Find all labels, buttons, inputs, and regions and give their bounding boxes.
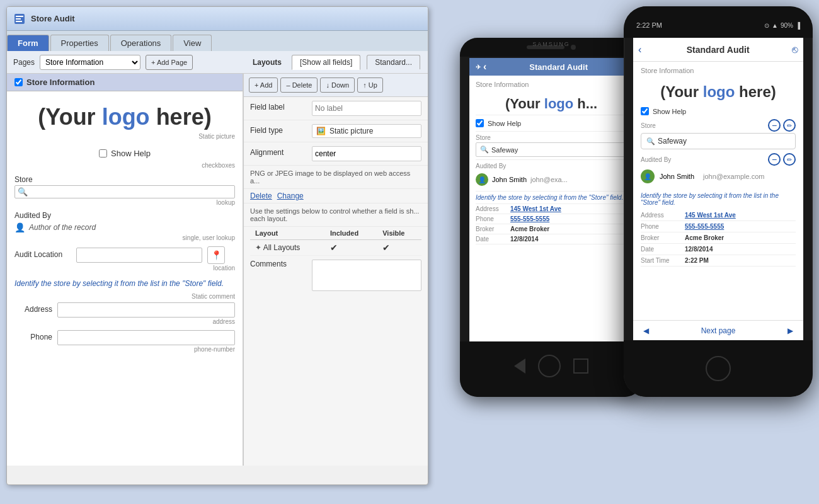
android-broker-val: Acme Broker [510, 226, 549, 232]
android-airplane-icon: ✈ [476, 64, 481, 71]
iphone-date-row: Date 12/8/2014 [641, 244, 796, 255]
iphone-status-icons: ⊙ ▲ 90% ▐ [764, 22, 800, 29]
included-checkmark: ✔ [330, 243, 338, 253]
tab-form[interactable]: Form [7, 35, 49, 51]
nav-tabs: Form Properties Operations View [7, 31, 428, 51]
audited-by-field-group: Audited By 👤 Author of the record single… [7, 209, 243, 244]
change-link-button[interactable]: Change [277, 192, 304, 200]
iphone-top-bar: 2:22 PM ⊙ ▲ 90% ▐ [624, 6, 813, 38]
iphone-store-edit-button[interactable]: ✏ [783, 119, 796, 132]
show-help-label: Show Help [111, 149, 151, 158]
iphone-store-minus-button[interactable]: − [768, 119, 781, 132]
iphone-share-button[interactable]: ⎋ [792, 44, 798, 55]
iphone-info-table: Address 145 West 1st Ave Phone 555-555-5… [641, 210, 796, 266]
iphone-start-time-row: Start Time 2:22 PM [641, 255, 796, 266]
location-button[interactable]: 📍 [207, 246, 225, 264]
iphone-address-link[interactable]: 145 West 1st Ave [685, 212, 736, 219]
iphone-audited-icons: − ✏ [768, 153, 796, 166]
android-section-title: Store Information [476, 81, 627, 88]
iphone-audited-edit-button[interactable]: ✏ [783, 153, 796, 166]
android-back-nav-btn[interactable] [514, 358, 525, 374]
android-phone-val: 555-555-5555 [510, 215, 549, 222]
show-help-checkbox[interactable] [99, 149, 107, 158]
tab-view[interactable]: View [173, 35, 212, 51]
audit-location-field-group: Audit Location 📍 location [7, 244, 243, 274]
add-button[interactable]: + Add [249, 77, 278, 93]
visible-checkmark: ✔ [382, 243, 390, 253]
main-content: Store Information (Your logo here) Stati… [7, 74, 428, 466]
iphone-next-label: Next page [701, 326, 736, 335]
android-store-label: Store [476, 134, 627, 141]
address-input[interactable] [57, 302, 235, 318]
android-recent-btn[interactable] [573, 358, 588, 374]
iphone-audited-by-section: Audited By − ✏ 👤 John Smith john@example… [641, 153, 796, 186]
android-screen-content: Store Information (Your logo h... Show H… [469, 76, 633, 249]
field-type-icon: 🖼️ [316, 127, 326, 135]
expand-icon[interactable]: ✦ [255, 243, 261, 252]
android-home-btn[interactable] [538, 355, 561, 377]
address-sublabel: address [14, 318, 235, 325]
iphone-start-time-key: Start Time [641, 257, 685, 264]
iphone-bottom-bar [624, 340, 813, 397]
alignment-prop-label: Alignment [250, 146, 307, 157]
iphone-back-button[interactable]: ‹ [638, 44, 641, 55]
table-row: ✦ All Layouts ✔ ✔ [250, 240, 421, 256]
alignment-input[interactable] [312, 146, 421, 161]
android-store-input[interactable]: 🔍 Safeway [476, 142, 627, 157]
android-screen: ✈ ‹ Standard Audit Store Information (Yo… [469, 58, 633, 341]
visible-cell: ✔ [377, 240, 421, 256]
android-top-bar: SAMSUNG [460, 38, 643, 57]
android-user-row: 👤 John Smith john@exa... [476, 171, 627, 188]
phone-input[interactable] [57, 330, 235, 345]
android-user-icon: 👤 [476, 173, 488, 186]
user-field-row: 👤 Author of the record [14, 221, 235, 234]
battery-icon: ▐ [796, 22, 800, 29]
comments-textarea[interactable] [312, 260, 421, 291]
up-button[interactable]: ↑ Up [357, 77, 383, 93]
add-page-button[interactable]: + Add Page [146, 55, 193, 70]
field-type-row: Field type 🖼️ Static picture [244, 120, 428, 142]
tab-operations[interactable]: Operations [110, 35, 172, 51]
layout-tab-standard[interactable]: Standard... [367, 55, 420, 69]
android-back-button[interactable]: ‹ [483, 61, 486, 72]
down-button[interactable]: ↓ Down [320, 77, 355, 93]
iphone-store-input[interactable]: 🔍 Safeway [641, 133, 796, 149]
audit-location-input[interactable] [76, 248, 202, 263]
battery-text: 90% [781, 22, 793, 29]
phone-sublabel: phone-number [14, 346, 235, 353]
android-bottom-bar [460, 341, 643, 397]
tab-properties[interactable]: Properties [50, 35, 109, 51]
android-phone-link[interactable]: 555-555-5555 [510, 215, 549, 222]
layouts-label: Layouts [253, 58, 287, 67]
location-icon: 📍 [211, 250, 222, 260]
layout-tab-all[interactable]: [Show all fields] [292, 55, 360, 70]
android-comment: Identify the store by selecting it from … [476, 192, 627, 204]
section-checkbox[interactable] [14, 78, 23, 86]
android-brand: SAMSUNG [532, 41, 570, 47]
iphone-phone-val: 555-555-5555 [685, 223, 724, 230]
android-show-help-checkbox[interactable] [476, 119, 484, 127]
section-title: Store Information [26, 77, 94, 87]
field-label-input[interactable] [312, 101, 421, 116]
layout-expand-cell: ✦ All Layouts [250, 240, 325, 256]
iphone-screen-content: Store Information (Your logo here) Show … [633, 62, 803, 340]
iphone-show-help-checkbox[interactable] [641, 107, 649, 115]
iphone-prev-button[interactable]: ◀ [643, 326, 649, 335]
alignment-value [312, 146, 421, 161]
android-screen-title: Standard Audit [490, 62, 627, 72]
address-field-group: Address address [7, 300, 243, 328]
delete-change-row: Delete Change [244, 189, 428, 203]
iphone-audited-minus-button[interactable]: − [768, 153, 781, 166]
audited-by-label: Audited By [14, 211, 235, 220]
iphone-phone-key: Phone [641, 223, 685, 230]
delete-link-button[interactable]: Delete [250, 192, 272, 200]
iphone-home-button[interactable] [706, 356, 731, 381]
delete-button[interactable]: – Delete [280, 77, 318, 93]
iphone-next-button[interactable]: ▶ [788, 326, 793, 335]
layout-col-layout: Layout [250, 227, 325, 240]
pages-select[interactable]: Store Information [40, 55, 140, 70]
properties-panel: + Add – Delete ↓ Down ↑ Up Field label F… [244, 74, 428, 466]
signal-icon: ▲ [772, 22, 778, 29]
android-address-link[interactable]: 145 West 1st Ave [510, 205, 561, 212]
iphone-phone-link[interactable]: 555-555-5555 [685, 223, 724, 230]
